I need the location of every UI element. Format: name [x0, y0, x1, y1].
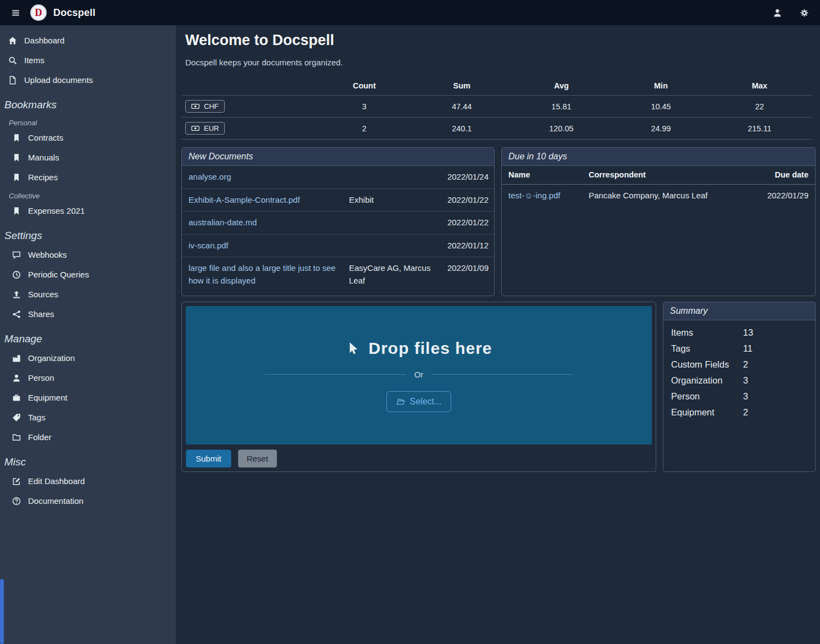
stat-count: 3 — [313, 96, 415, 118]
or-divider: Or — [265, 370, 573, 379]
sidebar-item-documentation[interactable]: Documentation — [0, 491, 176, 511]
stat-count: 2 — [313, 118, 415, 140]
document-link[interactable]: test-☺-ing.pdf — [508, 191, 584, 200]
settings-menu-button[interactable] — [797, 6, 811, 20]
sidebar-item-recipes[interactable]: Recipes — [0, 168, 176, 187]
summary-row: Items 13 — [663, 325, 815, 341]
summary-label: Person — [671, 391, 743, 402]
summary-list: Items 13 Tags 11 Custom Fields 2 Organ — [663, 320, 815, 420]
sidebar-item-label: Webhooks — [28, 249, 67, 260]
sidebar-item-folder[interactable]: Folder — [0, 428, 176, 447]
sidebar-item-sources[interactable]: Sources — [0, 285, 176, 304]
document-correspondent: EasyCare AG, Marcus Leaf — [349, 262, 431, 287]
document-row: large file and also a large title just t… — [182, 257, 494, 292]
document-date: 2022/01/12 — [436, 240, 489, 252]
brand[interactable]: D Docspell — [30, 4, 96, 21]
sidebar-item-tags[interactable]: Tags — [0, 408, 176, 428]
home-icon — [8, 36, 18, 45]
select-files-button[interactable]: Select... — [386, 391, 452, 412]
stat-avg: 120.05 — [508, 118, 614, 140]
sidebar-item-dashboard[interactable]: Dashboard — [0, 31, 176, 51]
stats-row: EUR 2 240.1 120.05 24.99 215.11 — [181, 118, 812, 140]
briefcase-icon — [12, 393, 21, 402]
document-date: 2022/01/22 — [436, 194, 489, 207]
summary-row: Tags 11 — [663, 341, 815, 357]
sidebar-item-expenses-2021[interactable]: Expenses 2021 — [0, 201, 176, 221]
stat-min: 10.45 — [614, 96, 707, 118]
sidebar-item-manuals[interactable]: Manuals — [0, 148, 176, 168]
document-link[interactable]: large file and also a large title just t… — [189, 262, 345, 287]
app-window: D Docspell Dashboard Items — [0, 0, 820, 644]
sidebar-item-person[interactable]: Person — [0, 368, 176, 388]
edit-icon — [12, 477, 21, 486]
sidebar-item-upload-documents[interactable]: Upload documents — [0, 70, 176, 90]
due-panel: Due in 10 days Name Correspondent Due da… — [501, 147, 816, 296]
due-panel-title: Due in 10 days — [502, 148, 815, 166]
sidebar-item-label: Recipes — [28, 172, 58, 183]
topbar: D Docspell — [0, 0, 820, 25]
page-subtitle: Docspell keeps your documents organized. — [185, 58, 816, 67]
sidebar-item-edit-dashboard[interactable]: Edit Dashboard — [0, 471, 176, 491]
logo-letter: D — [35, 7, 42, 19]
upload-panel: Drop files here Or Select... — [181, 302, 656, 472]
share-icon — [12, 310, 21, 319]
currency-code: CHF — [204, 102, 219, 110]
due-table-header: Name Correspondent Due date — [502, 166, 815, 185]
divider-line — [432, 374, 573, 375]
reset-button[interactable]: Reset — [238, 449, 277, 468]
document-row: Exhibit-A-Sample-Contract.pdf Exhibit 20… — [182, 189, 494, 212]
sidebar-item-shares[interactable]: Shares — [0, 304, 176, 324]
sidebar-item-organization[interactable]: Organization — [0, 348, 176, 368]
currency-code: EUR — [204, 124, 219, 132]
sidebar-item-label: Manuals — [28, 152, 59, 163]
document-row: australian-date.md 2022/01/22 — [182, 212, 494, 235]
due-header-name: Name — [508, 170, 584, 179]
sidebar: Dashboard Items Upload documents Bookmar… — [0, 25, 176, 644]
sidebar-scrollbar-thumb[interactable] — [0, 579, 4, 644]
upload-actions: Submit Reset — [186, 449, 652, 468]
divider-line — [265, 374, 406, 375]
document-link[interactable]: australian-date.md — [189, 216, 345, 229]
summary-row: Equipment 2 — [663, 404, 815, 420]
stats-header-sum: Sum — [415, 78, 508, 96]
summary-value: 3 — [743, 375, 807, 386]
upload-icon — [12, 290, 21, 299]
document-link[interactable]: analyse.org — [189, 171, 345, 184]
sidebar-item-periodic-queries[interactable]: Periodic Queries — [0, 265, 176, 285]
summary-value: 2 — [743, 359, 807, 370]
sidebar-section-settings: Settings — [0, 221, 176, 245]
stat-min: 24.99 — [614, 118, 707, 140]
sidebar-item-items[interactable]: Items — [0, 51, 176, 70]
file-dropzone[interactable]: Drop files here Or Select... — [186, 306, 652, 445]
gears-icon — [800, 8, 809, 18]
or-label: Or — [414, 370, 424, 379]
stats-row: CHF 3 47.44 15.81 10.45 22 — [181, 96, 812, 118]
sidebar-item-label: Shares — [28, 309, 54, 320]
history-icon — [12, 270, 21, 279]
sidebar-item-label: Organization — [28, 353, 75, 364]
new-documents-title: New Documents — [182, 148, 494, 166]
document-date: 2022/01/22 — [436, 216, 489, 229]
sidebar-item-label: Person — [28, 373, 54, 384]
document-link[interactable]: iv-scan.pdf — [189, 240, 345, 252]
user-menu-button[interactable] — [771, 6, 784, 20]
stats-header-row: Count Sum Avg Min Max — [181, 78, 812, 96]
menu-button[interactable] — [9, 6, 23, 20]
document-link[interactable]: Exhibit-A-Sample-Contract.pdf — [189, 194, 345, 207]
due-row: test-☺-ing.pdf Pancake Company, Marcus L… — [502, 185, 815, 206]
docspell-logo-icon: D — [30, 4, 47, 21]
topbar-actions — [771, 6, 811, 20]
user-icon — [773, 8, 782, 18]
sidebar-item-label: Periodic Queries — [28, 269, 89, 280]
dropzone-label: Drop files here — [368, 339, 492, 358]
sidebar-section-bookmarks: Bookmarks — [0, 90, 176, 114]
stats-header-currency — [181, 78, 313, 96]
search-icon — [8, 56, 18, 65]
tags-icon — [12, 413, 21, 422]
sidebar-item-equipment[interactable]: Equipment — [0, 388, 176, 408]
submit-button[interactable]: Submit — [186, 449, 231, 468]
sidebar-item-webhooks[interactable]: Webhooks — [0, 245, 176, 265]
sidebar-item-contracts[interactable]: Contracts — [0, 128, 176, 148]
sidebar-item-label: Sources — [28, 289, 58, 300]
sidebar-item-label: Items — [24, 55, 45, 66]
